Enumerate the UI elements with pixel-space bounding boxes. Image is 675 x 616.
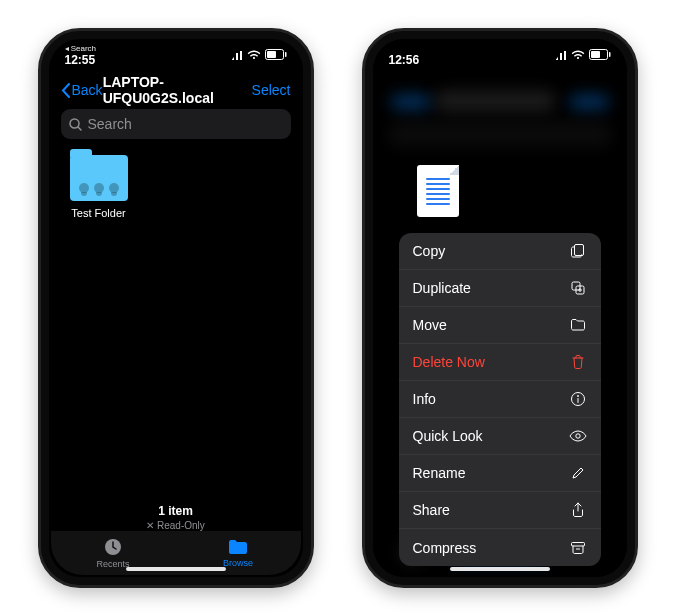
svg-rect-17 [574, 245, 583, 256]
pencil-icon [569, 464, 587, 482]
search-placeholder: Search [88, 116, 132, 132]
duplicate-icon [569, 279, 587, 297]
wifi-icon [247, 50, 261, 60]
menu-rename[interactable]: Rename [399, 455, 601, 492]
trash-icon [569, 353, 587, 371]
menu-label: Info [413, 391, 436, 407]
svg-rect-16 [609, 52, 611, 57]
notch [116, 41, 236, 65]
status-time: 12:56 [389, 54, 420, 67]
menu-duplicate[interactable]: Duplicate [399, 270, 601, 307]
file-grid: Test Folder [51, 141, 301, 233]
copy-icon [569, 242, 587, 260]
menu-label: Delete Now [413, 354, 485, 370]
battery-icon [589, 49, 611, 60]
menu-label: Move [413, 317, 447, 333]
context-menu: CopyDuplicateMoveDelete NowInfoQuick Loo… [399, 233, 601, 566]
menu-move[interactable]: Move [399, 307, 601, 344]
menu-label: Quick Look [413, 428, 483, 444]
menu-label: Duplicate [413, 280, 471, 296]
home-indicator[interactable] [126, 567, 226, 571]
battery-icon [265, 49, 287, 60]
svg-rect-15 [591, 51, 600, 58]
menu-compress[interactable]: Compress [399, 529, 601, 566]
svg-point-22 [575, 434, 579, 438]
folder-label: Test Folder [67, 207, 131, 219]
svg-rect-2 [236, 53, 238, 60]
menu-label: Copy [413, 243, 446, 259]
search-icon [69, 118, 82, 131]
screen-right: 12:56 CopyDuplicateMoveDelete NowInfoQui… [375, 41, 625, 575]
back-button[interactable]: Back [61, 82, 103, 98]
svg-point-21 [577, 395, 579, 397]
readonly-label: ✕ Read-Only [51, 520, 301, 531]
home-indicator[interactable] [450, 567, 550, 571]
folder-item[interactable]: Test Folder [67, 155, 131, 219]
footer-info: 1 item ✕ Read-Only [51, 504, 301, 531]
browse-icon [228, 538, 248, 556]
share-icon [569, 501, 587, 519]
wifi-icon [571, 50, 585, 60]
svg-rect-23 [571, 542, 584, 546]
clock-icon [103, 537, 123, 557]
screen-left: ◂ Search 12:55 Back LAPTOP-UFQU0G2S.loca… [51, 41, 301, 575]
chevron-left-icon [61, 83, 70, 98]
svg-rect-6 [285, 52, 287, 57]
page-title: LAPTOP-UFQU0G2S.local [103, 74, 252, 106]
item-count: 1 item [51, 504, 301, 518]
svg-rect-13 [564, 51, 566, 60]
svg-rect-12 [560, 53, 562, 60]
back-label: Back [72, 82, 103, 98]
folder-icon [70, 155, 128, 201]
menu-delete-now[interactable]: Delete Now [399, 344, 601, 381]
phone-frame-left: ◂ Search 12:55 Back LAPTOP-UFQU0G2S.loca… [38, 28, 314, 588]
tab-browse-label: Browse [223, 558, 253, 568]
svg-rect-3 [240, 51, 242, 60]
status-time: 12:55 [65, 54, 97, 67]
menu-label: Compress [413, 540, 477, 556]
info-icon [569, 390, 587, 408]
archive-icon [569, 539, 587, 557]
tab-recents-label: Recents [96, 559, 129, 569]
notch [440, 41, 560, 65]
status-return[interactable]: ◂ Search [65, 45, 97, 54]
menu-label: Rename [413, 465, 466, 481]
menu-share[interactable]: Share [399, 492, 601, 529]
svg-rect-5 [267, 51, 276, 58]
folder-icon [569, 316, 587, 334]
search-input[interactable]: Search [61, 109, 291, 139]
menu-label: Share [413, 502, 450, 518]
file-preview[interactable] [417, 165, 459, 217]
select-button[interactable]: Select [252, 82, 291, 98]
menu-copy[interactable]: Copy [399, 233, 601, 270]
eye-icon [569, 427, 587, 445]
menu-info[interactable]: Info [399, 381, 601, 418]
phone-frame-right: 12:56 CopyDuplicateMoveDelete NowInfoQui… [362, 28, 638, 588]
menu-quick-look[interactable]: Quick Look [399, 418, 601, 455]
svg-line-8 [78, 127, 81, 130]
nav-bar: Back LAPTOP-UFQU0G2S.local Select [51, 77, 301, 107]
